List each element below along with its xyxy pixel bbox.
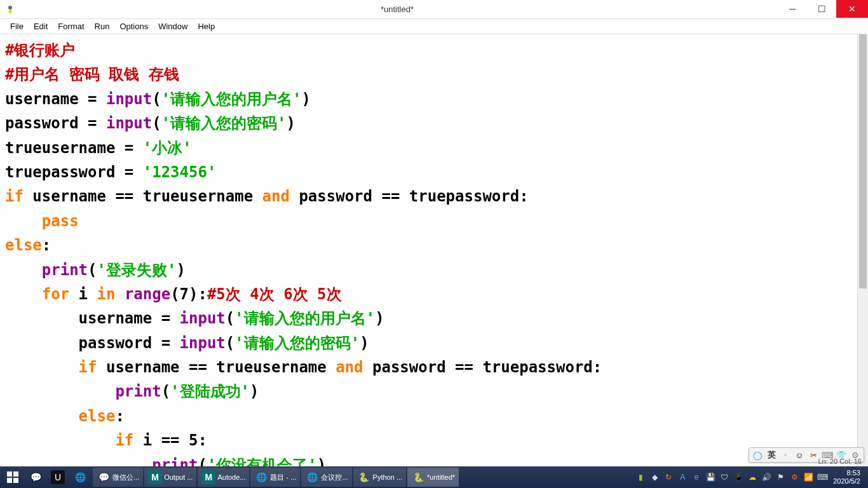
tray-battery-icon[interactable]: ▮ <box>635 471 646 483</box>
maximize-button[interactable]: ☐ <box>807 0 836 18</box>
minimize-button[interactable]: ─ <box>778 0 807 18</box>
taskbar-item-untitled[interactable]: 🐍*untitled* <box>407 468 459 487</box>
clock[interactable]: 8:53 2020/5/2 <box>829 469 864 485</box>
menu-help[interactable]: Help <box>193 20 220 32</box>
taskbar-pinned-unreal[interactable]: U <box>48 468 69 487</box>
taskbar-pinned-chrome[interactable]: 🌐 <box>71 468 92 487</box>
wechat-icon: 💬 <box>29 470 43 484</box>
menu-window[interactable]: Window <box>153 20 193 32</box>
python-icon: 🐍 <box>411 470 425 484</box>
app-icon <box>4 3 17 16</box>
status-bar: Ln: 20 Col: 16 <box>818 458 862 465</box>
tray-app-icon[interactable]: ◆ <box>649 471 660 483</box>
menu-run[interactable]: Run <box>90 20 115 32</box>
code-line: #银行账户 <box>5 41 75 59</box>
code-editor[interactable]: #银行账户 #用户名 密码 取钱 存钱 username = input('请输… <box>0 34 868 466</box>
taskbar-item-wechat[interactable]: 💬微信公... <box>93 468 143 487</box>
svg-rect-2 <box>7 471 12 477</box>
taskbar-item-browser1[interactable]: 🌐题目 - ... <box>250 468 300 487</box>
scroll-thumb[interactable] <box>859 34 867 288</box>
tray-cloud-icon[interactable]: ☁ <box>747 471 758 483</box>
tray-a-icon[interactable]: A <box>677 471 688 483</box>
title-bar: *untitled* ─ ☐ ✕ <box>0 0 868 19</box>
menu-file[interactable]: File <box>5 20 29 32</box>
chrome-icon: 🌐 <box>73 470 87 484</box>
tray-shield-icon[interactable]: 🛡 <box>719 471 730 483</box>
svg-rect-3 <box>13 471 18 477</box>
tray-keyboard-icon[interactable]: ⌨ <box>817 471 828 483</box>
taskbar-item-browser2[interactable]: 🌐会议控... <box>301 468 351 487</box>
tray-gear-icon[interactable]: ⚙ <box>789 471 800 483</box>
code-line: #用户名 密码 取钱 存钱 <box>5 65 179 83</box>
menu-bar: File Edit Format Run Options Window Help <box>0 19 868 34</box>
ime-logo-icon[interactable]: ◯ <box>752 449 763 461</box>
ime-lang[interactable]: 英 <box>766 449 777 461</box>
tray-phone-icon[interactable]: 📱 <box>733 471 744 483</box>
browser-icon: 🌐 <box>254 470 268 484</box>
clock-time: 8:53 <box>833 469 860 477</box>
window-controls: ─ ☐ ✕ <box>778 0 868 18</box>
svg-rect-4 <box>7 478 12 483</box>
svg-rect-5 <box>13 478 18 483</box>
ime-scissors-icon[interactable]: ✂ <box>808 449 819 461</box>
maya-icon: M <box>148 470 162 484</box>
menu-format[interactable]: Format <box>53 20 89 32</box>
taskbar-item-python[interactable]: 🐍Python ... <box>353 468 406 487</box>
taskbar-item-autodesk[interactable]: MAutode... <box>198 468 249 487</box>
menu-options[interactable]: Options <box>114 20 153 32</box>
taskbar: 💬 U 🌐 💬微信公... MOutput ... MAutode... 🌐题目… <box>0 466 868 488</box>
svg-point-0 <box>8 6 12 10</box>
python-icon: 🐍 <box>357 470 371 484</box>
svg-point-1 <box>8 10 12 13</box>
tray-disk-icon[interactable]: 💾 <box>705 471 716 483</box>
menu-edit[interactable]: Edit <box>29 20 53 32</box>
clock-date: 2020/5/2 <box>833 477 860 485</box>
tray-sync-icon[interactable]: ↻ <box>663 471 674 483</box>
taskbar-item-maya-output[interactable]: MOutput ... <box>144 468 196 487</box>
app-icon: 💬 <box>97 470 111 484</box>
taskbar-pinned-wechat[interactable]: 💬 <box>26 468 47 487</box>
ime-separator: • <box>780 449 791 461</box>
scrollbar[interactable] <box>857 34 868 466</box>
maya-icon: M <box>201 470 215 484</box>
editor-content[interactable]: #银行账户 #用户名 密码 取钱 存钱 username = input('请输… <box>0 34 857 466</box>
tray-network-icon[interactable]: 📶 <box>803 471 814 483</box>
tray-flag-icon[interactable]: ⚑ <box>775 471 786 483</box>
cursor-position: Ln: 20 Col: 16 <box>818 458 862 465</box>
browser-icon: 🌐 <box>305 470 319 484</box>
close-button[interactable]: ✕ <box>836 0 868 18</box>
window-title: *untitled* <box>17 4 778 14</box>
unreal-icon: U <box>51 470 65 484</box>
ime-emoji-icon[interactable]: ☺ <box>794 449 805 461</box>
tray-volume-icon[interactable]: 🔊 <box>761 471 772 483</box>
tray-edge-icon[interactable]: e <box>691 471 702 483</box>
system-tray: ▮ ◆ ↻ A e 💾 🛡 📱 ☁ 🔊 ⚑ ⚙ 📶 ⌨ 8:53 2020/5/… <box>634 469 868 485</box>
start-button[interactable] <box>0 466 25 488</box>
